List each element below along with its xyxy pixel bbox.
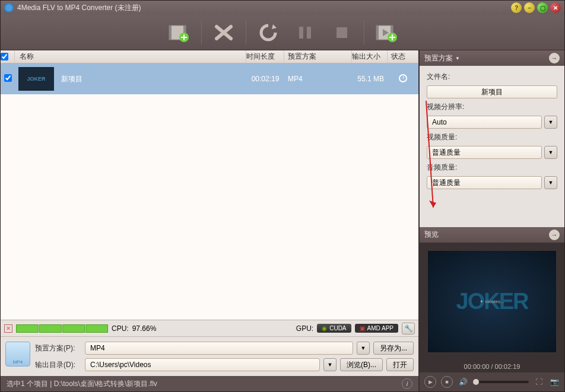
collapse-preview-button[interactable]: → [549, 230, 560, 240]
titlebar[interactable]: 4Media FLV to MP4 Converter (未注册) ? – ▢ … [1, 1, 564, 15]
stop-preview-button[interactable]: ■ [441, 376, 453, 388]
close-button[interactable]: ✕ [550, 2, 561, 13]
window-title: 4Media FLV to MP4 Converter (未注册) [17, 3, 141, 13]
select-all-checkbox[interactable] [1, 53, 8, 60]
preset-dropdown[interactable]: ▼ [357, 342, 370, 355]
preview-image: JOKER ✦ movies... [428, 251, 556, 353]
cpu-label: CPU: [112, 324, 129, 333]
vquality-select[interactable]: 普通质量 [427, 146, 542, 159]
preview-panel: JOKER ✦ movies... 00:00:00 / 00:02:19 ▶ … [420, 243, 564, 392]
toolbar [1, 15, 564, 50]
output-dropdown[interactable]: ▼ [323, 358, 337, 371]
info-button[interactable]: i [402, 378, 412, 389]
collapse-preset-button[interactable]: → [549, 53, 560, 63]
file-list[interactable]: JOKER 新项目 00:02:19 MP4 55.1 MB [1, 63, 418, 320]
preview-header-label: 预览 [424, 230, 439, 240]
volume-slider[interactable] [473, 381, 529, 383]
play-button[interactable]: ▶ [424, 376, 436, 388]
player-controls: ▶ ■ 🔊 ⛶ 📷 [420, 372, 564, 391]
resolution-dropdown[interactable]: ▼ [544, 116, 557, 129]
chevron-down-icon: ▼ [455, 56, 460, 61]
browse-button[interactable]: 浏览(B)... [340, 358, 383, 371]
status-text: 选中1 个项目 | D:\tools\桌面\格式转换\新项目.flv [7, 379, 157, 389]
vquality-dropdown[interactable]: ▼ [544, 146, 557, 159]
svg-rect-5 [307, 27, 311, 39]
row-duration: 00:02:19 [246, 75, 284, 83]
preset-panel-header[interactable]: 预置方案 ▼ → [420, 50, 564, 66]
app-icon [4, 3, 14, 12]
aquality-dropdown[interactable]: ▼ [544, 176, 557, 189]
volume-icon[interactable]: 🔊 [458, 377, 468, 387]
preset-header-label: 预置方案 [424, 53, 453, 63]
preset-label: 预置方案(P): [35, 343, 81, 353]
saveas-button[interactable]: 另存为... [373, 342, 414, 355]
col-size[interactable]: 输出大小 [352, 50, 388, 63]
output-label: 输出目录(D): [35, 360, 81, 370]
row-preset: MP4 [284, 75, 352, 83]
bottom-panel: MP4 预置方案(P): MP4 ▼ 另存为... 输出目录(D): C:\Us… [1, 336, 418, 376]
cpu-value: 97.66% [132, 324, 157, 333]
clock-icon [399, 74, 407, 82]
vquality-label: 视频质量: [427, 132, 557, 142]
profile-icon: MP4 [5, 342, 30, 366]
preset-panel: 文件名: 新项目 视频分辨率: Auto ▼ 视频质量: 普通质量 ▼ 音频质量… [420, 66, 564, 227]
svg-rect-6 [337, 27, 347, 38]
list-header: 名称 时间长度 预置方案 输出大小 状态 [1, 50, 418, 63]
preset-field[interactable]: MP4 [85, 342, 353, 355]
snapshot-icon[interactable]: 📷 [549, 377, 560, 387]
row-size: 55.1 MB [352, 75, 388, 83]
pause-button[interactable] [290, 20, 320, 46]
col-status[interactable]: 状态 [388, 50, 418, 63]
amd-badge[interactable]: ▣AMD APP [355, 324, 398, 333]
svg-rect-4 [299, 27, 303, 39]
settings-button[interactable]: 🔧 [402, 323, 415, 334]
preview-panel-header[interactable]: 预览 → [420, 227, 564, 243]
add-file-button[interactable] [164, 20, 194, 46]
row-name: 新项目 [54, 74, 246, 84]
aquality-select[interactable]: 普通质量 [427, 176, 542, 189]
col-duration[interactable]: 时间长度 [246, 50, 284, 63]
convert-button[interactable] [253, 20, 283, 46]
output-add-button[interactable] [372, 20, 401, 46]
resolution-select[interactable]: Auto [427, 116, 542, 129]
cpu-bar: ✕ CPU:97.66% GPU: ◉CUDA ▣AMD APP 🔧 [1, 320, 418, 336]
stop-button[interactable] [327, 20, 357, 46]
gpu-label: GPU: [296, 324, 313, 333]
row-thumbnail: JOKER [18, 67, 54, 91]
cuda-badge[interactable]: ◉CUDA [317, 324, 351, 333]
cpu-close-button[interactable]: ✕ [4, 324, 12, 333]
output-field[interactable]: C:\Users\pc\Videos [85, 358, 320, 371]
svg-rect-8 [376, 26, 379, 40]
maximize-button[interactable]: ▢ [537, 2, 548, 13]
fullscreen-icon[interactable]: ⛶ [534, 377, 544, 387]
row-status [388, 74, 418, 84]
col-preset[interactable]: 预置方案 [284, 50, 352, 63]
resolution-label: 视频分辨率: [427, 102, 557, 112]
row-checkbox[interactable] [4, 74, 12, 82]
remove-button[interactable] [209, 20, 239, 46]
filename-label: 文件名: [427, 72, 557, 82]
filename-input[interactable]: 新项目 [427, 85, 557, 98]
statusbar: 选中1 个项目 | D:\tools\桌面\格式转换\新项目.flv i [1, 376, 418, 391]
preview-time: 00:00:00 / 00:02:19 [420, 361, 564, 372]
svg-rect-1 [169, 26, 172, 40]
list-row[interactable]: JOKER 新项目 00:02:19 MP4 55.1 MB [1, 63, 418, 94]
open-button[interactable]: 打开 [386, 358, 414, 371]
col-name[interactable]: 名称 [15, 50, 246, 63]
aquality-label: 音频质量: [427, 162, 557, 173]
minimize-button[interactable]: – [524, 2, 535, 13]
help-button[interactable]: ? [511, 2, 522, 13]
cpu-meter [16, 324, 108, 333]
